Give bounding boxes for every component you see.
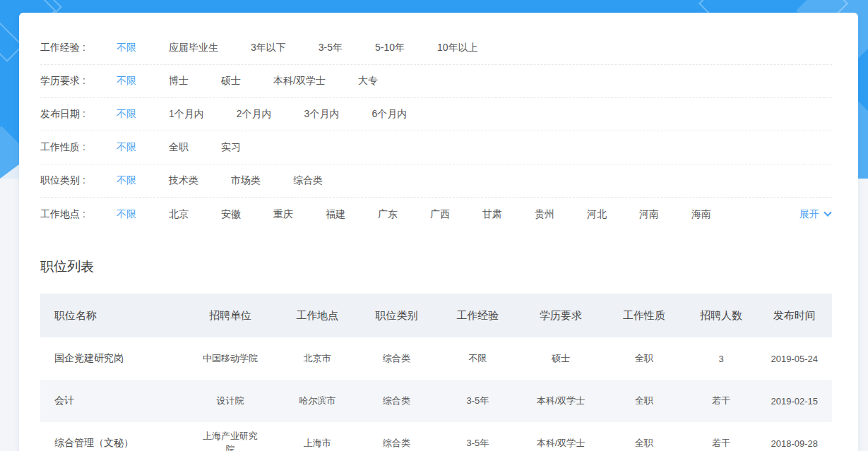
filter-option[interactable]: 不限 [117,174,136,187]
job-cell: 不限 [436,337,519,380]
filter-option[interactable]: 海南 [691,208,711,221]
job-cell: 设计院 [183,380,278,422]
filter-option[interactable]: 应届毕业生 [169,42,218,54]
job-cell: 若干 [686,422,757,451]
filter-option[interactable]: 不限 [117,208,136,221]
filter-option[interactable]: 市场类 [231,174,261,187]
filter-option[interactable]: 河南 [639,208,659,221]
job-cell: 2018-09-28 [756,422,832,451]
job-table-header-cell: 工作经验 [436,294,519,337]
job-cell: 上海市 [278,422,357,451]
filter-option[interactable]: 1个月内 [169,108,204,121]
job-cell: 2019-02-15 [756,380,832,422]
job-cell: 3-5年 [436,422,519,451]
job-table-header-cell: 发布时间 [756,294,832,337]
job-table-header-cell: 职位类别 [357,294,436,337]
job-table-header-cell: 工作性质 [602,294,686,337]
job-cell: 综合类 [357,337,436,380]
job-cell: 本科/双学士 [519,422,602,451]
job-table: 职位名称招聘单位工作地点职位类别工作经验学历要求工作性质招聘人数发布时间 国企党… [40,294,832,451]
job-list-title: 职位列表 [40,258,832,276]
job-cell: 全职 [602,422,686,451]
job-table-header-cell: 招聘人数 [686,294,757,337]
filter-option[interactable]: 3个月内 [304,108,340,121]
job-cell: 中国移动学院 [183,337,278,380]
job-cell: 3-5年 [436,380,519,422]
filter-option[interactable]: 3年以下 [251,42,286,54]
filter-option[interactable]: 硕士 [221,75,241,88]
filter-option[interactable]: 河北 [587,208,607,221]
job-cell: 哈尔滨市 [278,380,357,422]
filter-option[interactable]: 北京 [169,208,189,221]
filter-option[interactable]: 实习 [221,141,241,154]
filter-row: 工作地点 :不限北京安徽重庆福建广东广西甘肃贵州河北河南海南展开 [40,198,832,231]
expand-button[interactable]: 展开 [799,208,831,221]
filter-row: 发布日期 :不限1个月内2个月内3个月内6个月内 [40,98,832,131]
filter-option[interactable]: 不限 [117,108,136,121]
job-cell: 2019-05-24 [756,337,832,380]
filter-option[interactable]: 不限 [117,42,136,54]
page: 工作经验 :不限应届毕业生3年以下3-5年5-10年10年以上学历要求 :不限博… [0,0,868,451]
filter-option[interactable]: 6个月内 [371,108,407,121]
job-cell: 硕士 [519,337,602,380]
filter-label: 学历要求 : [40,75,117,88]
job-cell: 全职 [602,337,686,380]
job-cell: 若干 [686,380,757,422]
filter-option[interactable]: 不限 [117,75,136,88]
filter-label: 工作地点 : [40,208,117,221]
job-cell: 3 [686,337,757,380]
filter-option[interactable]: 福建 [326,208,345,221]
table-row[interactable]: 综合管理（文秘）上海产业研究院上海市综合类3-5年本科/双学士全职若干2018-… [40,422,832,451]
filter-row: 学历要求 :不限博士硕士本科/双学士大专 [40,65,832,98]
job-title-cell[interactable]: 会计 [40,380,183,422]
job-table-header-cell: 学历要求 [519,294,602,337]
filter-option[interactable]: 广西 [430,208,450,221]
filter-option[interactable]: 本科/双学士 [273,75,326,88]
job-table-header-cell: 职位名称 [40,294,183,337]
table-row[interactable]: 会计设计院哈尔滨市综合类3-5年本科/双学士全职若干2019-02-15 [40,380,832,422]
expand-label: 展开 [799,208,819,221]
filter-row: 工作经验 :不限应届毕业生3年以下3-5年5-10年10年以上 [40,32,832,65]
content-card: 工作经验 :不限应届毕业生3年以下3-5年5-10年10年以上学历要求 :不限博… [19,13,858,451]
filter-label: 职位类别 : [40,174,117,187]
job-title-cell[interactable]: 国企党建研究岗 [40,337,183,380]
filter-option[interactable]: 贵州 [535,208,554,221]
filter-label: 发布日期 : [40,108,117,121]
filter-option[interactable]: 5-10年 [375,42,405,54]
job-table-header-cell: 工作地点 [278,294,357,337]
company-name: 上海产业研究院 [201,430,260,451]
filter-option[interactable]: 广东 [378,208,398,221]
filter-option[interactable]: 博士 [169,75,189,88]
filter-option[interactable]: 安徽 [221,208,241,221]
company-name: 设计院 [217,395,244,408]
table-row[interactable]: 国企党建研究岗中国移动学院北京市综合类不限硕士全职32019-05-24 [40,337,832,380]
job-table-header-cell: 招聘单位 [183,294,278,337]
filter-row: 工作性质 :不限全职实习 [40,131,832,164]
job-cell: 本科/双学士 [519,380,602,422]
job-table-header-row: 职位名称招聘单位工作地点职位类别工作经验学历要求工作性质招聘人数发布时间 [40,294,832,337]
job-cell: 综合类 [357,422,436,451]
filter-row: 职位类别 :不限技术类市场类综合类 [40,164,832,198]
chevron-down-icon [824,208,831,216]
filter-option[interactable]: 甘肃 [482,208,502,221]
job-title-cell[interactable]: 综合管理（文秘） [40,422,183,451]
job-cell: 北京市 [278,337,357,380]
filter-panel: 工作经验 :不限应届毕业生3年以下3-5年5-10年10年以上学历要求 :不限博… [40,32,832,231]
job-cell: 综合类 [357,380,436,422]
job-cell: 上海产业研究院 [183,422,278,451]
filter-option[interactable]: 2个月内 [237,108,272,121]
filter-label: 工作经验 : [40,42,117,54]
filter-option[interactable]: 重庆 [273,208,293,221]
filter-option[interactable]: 大专 [358,75,378,88]
filter-option[interactable]: 全职 [169,141,189,154]
filter-option[interactable]: 10年以上 [437,42,478,54]
filter-option[interactable]: 不限 [117,141,136,154]
company-name: 中国移动学院 [203,352,258,366]
filter-option[interactable]: 技术类 [169,174,198,187]
filter-option[interactable]: 综合类 [293,174,323,187]
job-cell: 全职 [602,380,686,422]
filter-label: 工作性质 : [40,141,117,154]
filter-option[interactable]: 3-5年 [319,42,343,54]
